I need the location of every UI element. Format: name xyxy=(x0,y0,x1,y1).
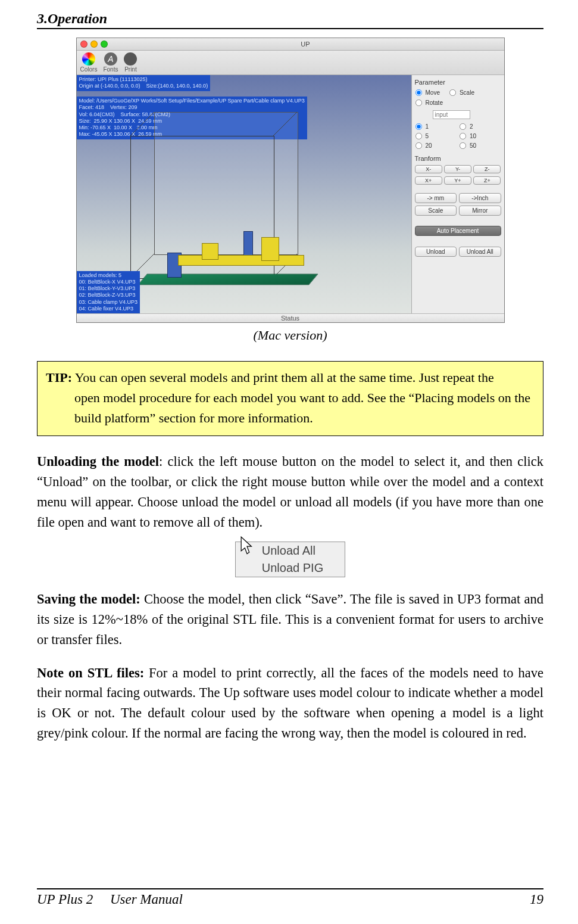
viewport-3d[interactable]: Printer: UP! Plus (11113025) Origin at (… xyxy=(77,75,411,313)
fonts-icon: A xyxy=(104,52,117,66)
radio-rotate[interactable] xyxy=(415,99,421,106)
tip-box: TIP: You can open several models and pri… xyxy=(37,361,543,436)
radio-10[interactable] xyxy=(460,133,466,139)
model-graphic xyxy=(178,237,309,264)
toolbar-print[interactable]: Print xyxy=(124,52,137,73)
paragraph-note: Note on STL files: For a model to print … xyxy=(37,663,543,743)
cursor-icon xyxy=(239,536,255,555)
radio-move[interactable] xyxy=(415,89,421,96)
ctx-item-unload-pig[interactable]: Unload PIG xyxy=(236,559,345,577)
transform-title: Tranform xyxy=(415,155,501,162)
loaded-models-overlay: Loaded models: 5 00: BeltBlock-X V4.UP3 … xyxy=(77,271,140,314)
header-title: 3.Operation xyxy=(37,11,107,26)
toolbar-colors[interactable]: Colors xyxy=(80,52,98,73)
svg-line-1 xyxy=(273,112,297,136)
build-plate-graphic xyxy=(138,274,318,285)
page-header: 3.Operation xyxy=(37,11,543,29)
radio-2[interactable] xyxy=(460,123,466,130)
btn-to-inch[interactable]: ->Inch xyxy=(459,193,501,203)
btn-y-minus[interactable]: Y- xyxy=(444,165,471,173)
paragraph-save: Saving the model: Choose the model, then… xyxy=(37,589,543,649)
btn-mirror[interactable]: Mirror xyxy=(459,206,501,216)
zoom-icon xyxy=(101,41,108,48)
btn-to-mm[interactable]: -> mm xyxy=(415,193,457,203)
toolbar-fonts[interactable]: A Fonts xyxy=(103,52,118,73)
window-title: UP xyxy=(111,41,501,48)
status-bar: Status xyxy=(77,313,504,322)
parameter-input[interactable] xyxy=(433,110,470,119)
btn-unload[interactable]: Unload xyxy=(415,247,457,257)
tip-text-line2: open model procedure for each model you … xyxy=(46,388,535,428)
footer-page-number: 19 xyxy=(530,892,543,907)
build-volume-graphic xyxy=(130,112,321,291)
btn-z-plus[interactable]: Z+ xyxy=(473,176,501,185)
save-label: Saving the model: xyxy=(37,592,140,606)
paragraph-unload: Unloading the model: click the left mous… xyxy=(37,452,543,532)
tip-label: TIP: xyxy=(46,370,72,385)
radio-scale[interactable] xyxy=(449,89,456,96)
btn-scale[interactable]: Scale xyxy=(415,206,457,216)
colors-icon xyxy=(82,52,95,66)
mac-window-figure: UP Colors A Fonts Print Printer: UP! xyxy=(76,38,505,323)
context-menu-figure: Unload All Unload PIG xyxy=(235,542,345,577)
radio-20[interactable] xyxy=(415,142,421,149)
radio-1[interactable] xyxy=(415,123,421,130)
side-panel: Parameter Move Scale Rotate 1 2 5 10 2 xyxy=(411,75,504,313)
note-label: Note on STL files: xyxy=(37,665,144,680)
page-footer: UP Plus 2 User Manual 19 xyxy=(37,888,543,907)
minimize-icon xyxy=(90,41,98,48)
btn-z-minus[interactable]: Z- xyxy=(473,165,501,173)
btn-x-minus[interactable]: X- xyxy=(415,165,442,173)
radio-50[interactable] xyxy=(460,142,466,149)
btn-unload-all[interactable]: Unload All xyxy=(459,247,501,257)
btn-auto-placement[interactable]: Auto Placement xyxy=(415,226,501,236)
print-icon xyxy=(124,52,137,66)
footer-product: UP Plus 2 xyxy=(37,892,93,907)
footer-doc: User Manual xyxy=(110,892,183,907)
radio-5[interactable] xyxy=(415,133,421,139)
btn-x-plus[interactable]: X+ xyxy=(415,176,442,185)
mac-toolbar: Colors A Fonts Print xyxy=(77,51,504,75)
figure-caption: (Mac version) xyxy=(37,328,543,343)
mac-titlebar: UP xyxy=(77,38,504,51)
svg-line-0 xyxy=(130,112,154,136)
unload-label: Unloading the model xyxy=(37,454,159,469)
tip-text-line1: You can open several models and print th… xyxy=(72,370,494,385)
close-icon xyxy=(80,41,88,48)
parameter-title: Parameter xyxy=(415,79,501,86)
btn-y-plus[interactable]: Y+ xyxy=(444,176,471,185)
printer-info-overlay: Printer: UP! Plus (11113025) Origin at (… xyxy=(77,75,211,91)
